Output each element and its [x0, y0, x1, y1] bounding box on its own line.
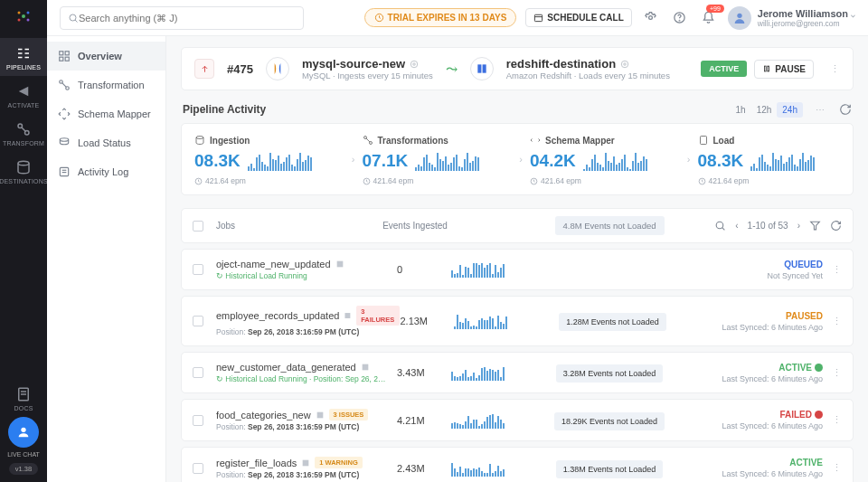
- job-sync: Last Synced: 6 Minutes Ago: [722, 469, 823, 478]
- job-checkbox[interactable]: [193, 367, 203, 378]
- prev-page-icon[interactable]: ‹: [735, 221, 738, 231]
- svg-rect-54: [336, 261, 343, 268]
- range-1h[interactable]: 1h: [731, 102, 751, 118]
- sidenav-load-status[interactable]: Load Status: [47, 128, 165, 157]
- table-icon: [361, 363, 370, 372]
- status-active-badge: ACTIVE: [701, 61, 747, 77]
- svg-point-13: [70, 14, 76, 21]
- job-sparkline: [451, 412, 542, 429]
- job-checkbox[interactable]: [193, 415, 203, 426]
- range-12h[interactable]: 12h: [751, 102, 778, 118]
- sparkline: [248, 151, 312, 171]
- job-row[interactable]: register_file_loads 1 WARNING Position: …: [181, 447, 854, 482]
- job-more-icon[interactable]: ⋮: [832, 462, 842, 474]
- svg-rect-56: [362, 364, 368, 371]
- job-row[interactable]: oject-name_new_updated ↻ Historical Load…: [181, 249, 854, 290]
- upload-button[interactable]: [194, 59, 214, 79]
- job-sync: Not Synced Yet: [767, 271, 823, 280]
- job-checkbox[interactable]: [193, 316, 203, 326]
- avatar: [728, 6, 751, 30]
- job-not-loaded[interactable]: 3.28M Events not Loaded: [542, 367, 677, 378]
- rail-docs[interactable]: DOCS: [0, 379, 47, 417]
- job-more-icon[interactable]: ⋮: [832, 414, 842, 426]
- user-menu[interactable]: Jerome Williamson ⌵ willi.jerome@green.c…: [728, 6, 855, 30]
- stat-schema mapper: Schema Mapper 04.2K 421.64 epm ›: [517, 124, 685, 194]
- job-more-icon[interactable]: ⋮: [832, 316, 842, 327]
- refresh-icon[interactable]: [839, 103, 852, 116]
- svg-line-14: [75, 20, 78, 23]
- svg-rect-49: [700, 137, 706, 145]
- app-logo-icon: [14, 7, 33, 25]
- global-search[interactable]: [60, 6, 304, 30]
- svg-point-34: [413, 62, 416, 65]
- dest-subtitle: Amazon Redshift · Loads every 15 minutes: [506, 71, 670, 80]
- job-status: QUEUED: [767, 260, 823, 269]
- svg-point-20: [679, 20, 680, 21]
- job-status: PAUSED: [722, 311, 823, 321]
- job-more-icon[interactable]: ⋮: [832, 264, 842, 276]
- job-events: 2.43M: [397, 463, 451, 474]
- next-page-icon[interactable]: ›: [797, 221, 800, 231]
- job-more-icon[interactable]: ⋮: [832, 367, 842, 379]
- pause-button[interactable]: PAUSE: [754, 60, 814, 79]
- svg-point-38: [624, 62, 627, 65]
- sidenav-schema-mapper[interactable]: Schema Mapper: [47, 99, 165, 128]
- notif-badge: +99: [706, 5, 724, 13]
- job-events: 3.43M: [397, 367, 451, 378]
- gear-icon[interactable]: [620, 60, 629, 69]
- schema mapper-icon: [530, 135, 541, 146]
- more-ranges-icon[interactable]: ⋯: [816, 105, 825, 115]
- sidenav-activity-log[interactable]: Activity Log: [47, 157, 165, 186]
- job-not-loaded[interactable]: 18.29K Events not Loaded: [542, 415, 677, 426]
- chevron-down-icon: ⌵: [851, 11, 855, 19]
- job-sparkline: [454, 313, 544, 329]
- job-row[interactable]: food_categories_new 3 ISSUES Position: S…: [181, 399, 854, 441]
- more-icon[interactable]: ⋮: [830, 63, 840, 75]
- job-not-loaded[interactable]: 1.28M Events not Loaded: [544, 316, 680, 326]
- table-icon: [344, 311, 352, 320]
- job-sync: Last Synced: 6 Minutes Ago: [722, 323, 823, 332]
- svg-point-29: [60, 138, 68, 142]
- job-events: 2.13M: [400, 316, 454, 326]
- search-jobs-icon[interactable]: [714, 220, 726, 232]
- settings-icon[interactable]: [641, 8, 661, 28]
- job-row[interactable]: employee_records_updated 3 FAILURES Posi…: [181, 296, 854, 346]
- live-chat-button[interactable]: [8, 417, 39, 448]
- help-icon[interactable]: [670, 8, 690, 28]
- rail-activate[interactable]: ACTIVATE: [0, 76, 48, 114]
- sidenav-transformation[interactable]: Transformation: [47, 71, 165, 99]
- job-checkbox[interactable]: [193, 463, 203, 474]
- job-not-loaded[interactable]: 1.38M Events not Loaded: [542, 463, 677, 474]
- rail-pipelines[interactable]: PIPELINES: [0, 38, 48, 76]
- load-icon: [698, 135, 709, 146]
- svg-line-28: [62, 83, 67, 88]
- schedule-call-button[interactable]: SCHEDULE CALL: [525, 8, 631, 27]
- search-input[interactable]: [79, 13, 296, 24]
- svg-point-8: [18, 161, 29, 165]
- rail-destinations[interactable]: DESTINATIONS: [0, 152, 48, 190]
- select-all-checkbox[interactable]: [193, 221, 203, 232]
- svg-point-39: [621, 61, 628, 68]
- pager-label: 1-10 of 53: [748, 221, 788, 231]
- dest-icon: [470, 57, 494, 80]
- trial-banner[interactable]: TRIAL EXPIRES IN 13 DAYS: [364, 8, 517, 27]
- events-not-loaded-filter[interactable]: 4.8M Events not Loaded: [542, 216, 677, 235]
- job-events: 4.21M: [397, 415, 451, 426]
- sidenav-overview[interactable]: Overview: [47, 42, 165, 71]
- job-checkbox[interactable]: [193, 264, 203, 275]
- pipeline-number: #475: [227, 62, 253, 76]
- svg-rect-41: [768, 66, 769, 71]
- svg-rect-40: [765, 66, 767, 71]
- sparkline: [415, 151, 479, 171]
- job-events: 0: [397, 264, 451, 275]
- left-rail: PIPELINESACTIVATETRANSFORMDESTINATIONS D…: [0, 0, 47, 482]
- rail-transform[interactable]: TRANSFORM: [0, 114, 48, 152]
- notifications-icon[interactable]: +99: [699, 8, 719, 28]
- filter-icon[interactable]: [809, 220, 821, 232]
- job-status: ACTIVE: [722, 363, 823, 373]
- gear-icon[interactable]: [410, 60, 419, 69]
- refresh-jobs-icon[interactable]: [830, 220, 842, 232]
- job-row[interactable]: new_customer_data_generated ↻ Historical…: [181, 352, 854, 393]
- range-24h[interactable]: 24h: [777, 102, 803, 118]
- version-badge: v1.38: [9, 463, 38, 475]
